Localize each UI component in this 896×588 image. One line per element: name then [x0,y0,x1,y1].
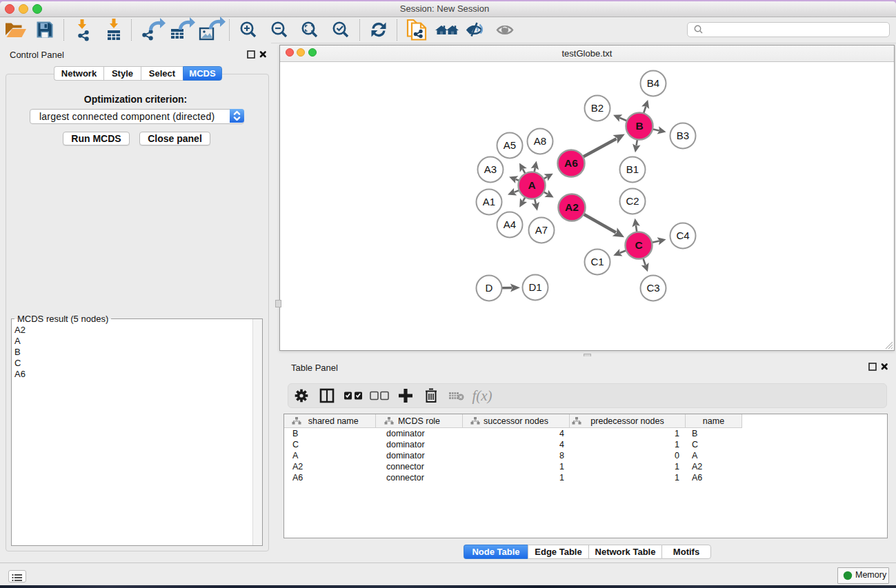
svg-text:A3: A3 [484,163,497,175]
svg-text:B3: B3 [677,130,689,141]
svg-text:A2: A2 [565,201,579,213]
svg-text:A5: A5 [504,139,516,151]
svg-text:B1: B1 [626,163,639,175]
svg-text:f(x): f(x) [472,387,492,404]
svg-text:A: A [528,179,535,191]
svg-text:C3: C3 [646,282,659,294]
svg-text:A4: A4 [504,219,516,230]
svg-text:A6: A6 [564,157,578,169]
svg-text:C4: C4 [676,230,689,241]
svg-text:B2: B2 [591,102,604,114]
svg-text:D1: D1 [528,281,541,293]
svg-text:D: D [486,282,493,294]
svg-text:C1: C1 [590,256,604,267]
svg-text:B4: B4 [647,77,659,89]
svg-text:A8: A8 [534,135,546,147]
svg-text:A7: A7 [535,224,548,236]
svg-text:B: B [635,120,643,132]
svg-text:C: C [635,239,642,251]
svg-text:C2: C2 [626,195,639,207]
svg-text:A1: A1 [483,196,495,207]
